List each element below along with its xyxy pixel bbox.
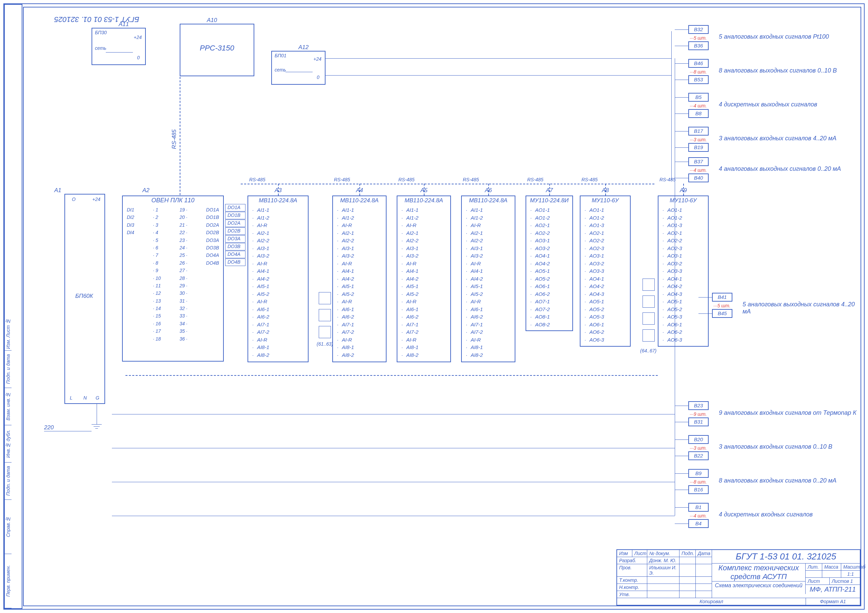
mod-pin: AO2-3 — [660, 245, 707, 252]
signal-tag: B37 — [688, 157, 708, 166]
signal-tag: B8 — [688, 109, 708, 118]
mod-pin: AI8-2 — [250, 351, 307, 359]
strip-cell: Инв.№ дубл. — [5, 425, 11, 463]
mod-pin: AO4-3 — [582, 290, 629, 298]
signal-count: ···5 шт. — [690, 35, 707, 41]
connector-icon — [643, 279, 655, 291]
mod-pin: AI1-2 — [399, 214, 449, 222]
mod-pin: AI3-2 — [250, 252, 307, 260]
mod-pin: AO3-1 — [528, 237, 571, 245]
mod-pin: AI8-2 — [463, 351, 513, 359]
mod-pin: AO1-1 — [528, 206, 571, 214]
mod-pin: AI3-1 — [463, 245, 513, 252]
plc-pin: · 7 — [153, 251, 161, 259]
connector-icon — [643, 330, 655, 342]
rs485-label: RS-485 — [581, 177, 597, 182]
strip-cell: Перв. примен. — [5, 554, 11, 608]
plc-di: DI4 — [127, 229, 134, 236]
signal-desc: 9 аналоговых входных сигналов от Термопа… — [719, 409, 857, 416]
ref-a2: A2 — [143, 187, 150, 194]
a10-name: PPC-3150 — [180, 43, 254, 53]
mod-pin: AI4-2 — [250, 275, 307, 283]
mod-pin: AI4-1 — [463, 267, 513, 275]
signal-tag: B1 — [688, 503, 708, 512]
block-a11: БП30 +24 сеть 0 — [91, 28, 146, 65]
plc-pin: 33 · — [179, 312, 187, 320]
mod-pin: AO2-1 — [660, 229, 707, 237]
mod-pin: AI6-1 — [463, 306, 513, 313]
mod-pin: AI5-2 — [250, 290, 307, 298]
plc-pin: 26 · — [179, 259, 187, 267]
connector-icon — [643, 313, 655, 325]
mod-pin: AO5-3 — [660, 313, 707, 321]
module-block: МУ110-6УAO1-1AO1-2AO1-3AO2-1AO2-2AO2-3AO… — [658, 195, 708, 347]
signal-count: ···8 шт. — [690, 479, 707, 485]
strip-cell: Изм. Лист № — [5, 317, 11, 351]
mod-pin: AI-R — [399, 260, 449, 268]
plc-pin: 36 · — [179, 335, 187, 342]
mod-pin: AI7-2 — [463, 328, 513, 336]
signal-tag: B45 — [712, 309, 732, 318]
mod-pin: AI5-2 — [463, 290, 513, 298]
mod-pin: AI1-2 — [334, 214, 384, 222]
tb-role: Утв. — [617, 591, 647, 598]
mod-pin: AI2-2 — [463, 237, 513, 245]
rs485-dash-bus — [241, 184, 654, 184]
mod-pin: AI-R — [250, 260, 307, 268]
signal-desc: 8 аналоговых входных сигналов 0..20 мА — [719, 477, 837, 484]
plc-pin: · 8 — [153, 259, 161, 267]
plc-pin: 19 · — [179, 206, 187, 214]
signal-count: ···9 шт. — [690, 412, 707, 417]
a1-o: O — [72, 197, 76, 202]
a1-g: G — [96, 395, 99, 401]
mod-pin: AI5-2 — [334, 290, 384, 298]
mod-pin: AO3-1 — [582, 252, 629, 260]
do-port-box: DO2A — [225, 220, 245, 227]
strip-cell: Справ.№ — [5, 500, 11, 554]
signal-tag: B17 — [688, 127, 708, 136]
mod-pin: AI2-1 — [250, 229, 307, 237]
signal-tag: B4 — [688, 519, 708, 528]
mod-pin: AO1-2 — [582, 214, 629, 222]
mod-pin: AI2-1 — [463, 229, 513, 237]
mod-pin: AI-R — [334, 221, 384, 229]
signal-tag: B53 — [688, 75, 708, 84]
mod-pin: AI2-2 — [399, 237, 449, 245]
module-block: МУ110-224.8ИAO1-1AO1-2AO2-1AO2-2AO3-1AO3… — [525, 195, 573, 331]
title-block: Изм Лист № докум. Подп. Дата Разраб.Донж… — [617, 549, 860, 605]
plc-do: DO3B — [206, 244, 219, 251]
block-a2: ОВЕН ПЛК 110 DI1DI2DI3DI4 · 1· 2· 3· 4· … — [122, 195, 224, 362]
signal-tag: B31 — [688, 418, 708, 426]
rs485-label: RS-485 — [463, 177, 479, 182]
do-port-box: DO3A — [225, 235, 245, 243]
mod-pin: AI-R — [463, 221, 513, 229]
plc-do: DO2B — [206, 229, 219, 236]
mod-pin: AI5-1 — [399, 283, 449, 290]
plc-pin: 21 · — [179, 221, 187, 229]
mod-pin: AI-R — [250, 221, 307, 229]
tb-cop: Копировал — [617, 598, 806, 605]
mod-pin: AO5-2 — [528, 275, 571, 283]
signal-desc: 4 дискретных выходных сигналов — [719, 101, 817, 108]
plc-pin: 31 · — [179, 297, 187, 305]
mod-pin: AI2-1 — [334, 229, 384, 237]
signal-tag: B20 — [688, 435, 708, 444]
do-port-box: DO4A — [225, 251, 245, 258]
mod-pin: AO4-2 — [660, 283, 707, 290]
a1-p24: +24 — [92, 197, 100, 202]
mod-pin: AO6-2 — [528, 290, 571, 298]
tb-title2: средств АСУТП — [712, 572, 805, 582]
plc-do: DO1B — [206, 214, 219, 221]
plc-pin: · 11 — [153, 282, 161, 289]
tb-fmt: Формат A1 — [806, 598, 860, 605]
tb-head: Масса — [822, 563, 841, 570]
mod-pin: AO2-2 — [660, 237, 707, 245]
signal-desc: 4 аналоговых выходных сигналов 0..20 мА — [719, 166, 841, 172]
connector-icon — [319, 326, 331, 338]
mod-pin: AO1-2 — [528, 214, 571, 222]
mod-pin: AI1-1 — [463, 206, 513, 214]
a12-name: БП01 — [274, 53, 287, 58]
plc-di: DI3 — [127, 221, 134, 229]
a12-o: 0 — [317, 74, 319, 80]
mod-title: МВ110-224.8А — [397, 196, 450, 205]
